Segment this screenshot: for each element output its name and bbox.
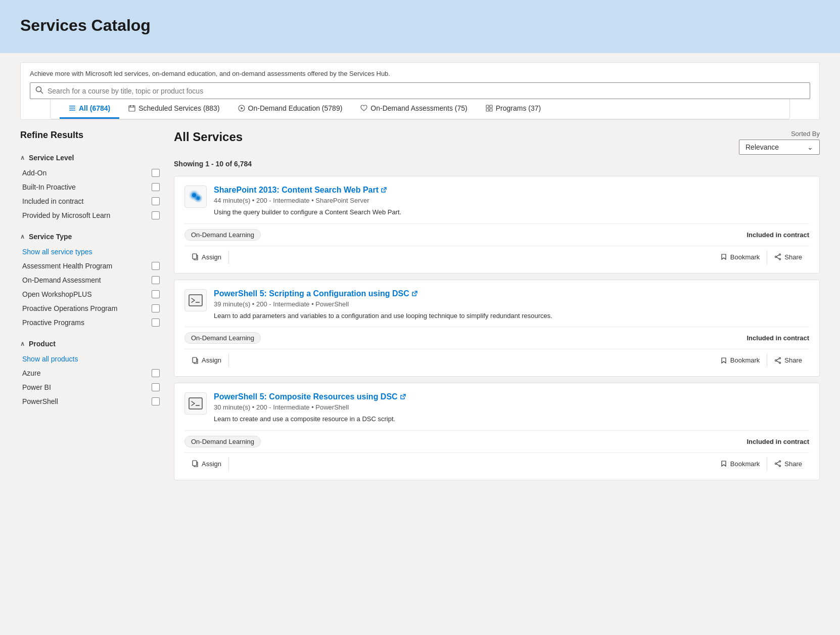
filter-section-service-type: ∧ Service Type Show all service types As…	[20, 229, 162, 333]
heart-icon	[360, 105, 367, 112]
checkbox-pop[interactable]	[152, 304, 160, 312]
card-title-1[interactable]: SharePoint 2013: Content Search Web Part	[214, 186, 387, 195]
card-title-2[interactable]: PowerShell 5: Scripting a Configuration …	[214, 289, 417, 298]
card-contract-2: Included in contract	[746, 334, 809, 342]
share-button-1[interactable]: Share	[767, 250, 809, 264]
tab-ondemand-edu[interactable]: On-Demand Education (5789)	[229, 99, 352, 119]
sidebar: Refine Results ∧ Service Level Add-On Bu…	[20, 130, 162, 415]
chevron-up-icon: ∧	[20, 154, 25, 161]
svg-rect-27	[189, 295, 202, 306]
sort-by-section: Sorted By Relevance ⌄	[739, 130, 820, 155]
filter-item-ms-learn[interactable]: Provided by Microsoft Learn	[20, 208, 162, 222]
svg-rect-4	[69, 110, 75, 111]
tabs-bar: All (6784) Scheduled Services (883) On-D…	[50, 99, 790, 119]
sort-dropdown[interactable]: Relevance ⌄	[739, 140, 820, 155]
refine-title: Refine Results	[20, 130, 162, 141]
checkbox-included[interactable]	[152, 197, 160, 205]
service-type-items: Show all service types Assessment Health…	[20, 245, 162, 333]
card-icon-sharepoint	[184, 186, 207, 208]
svg-point-39	[779, 465, 781, 467]
card-contract-1: Included in contract	[746, 231, 809, 239]
bookmark-icon-2	[720, 357, 727, 364]
tab-ondemand-assess[interactable]: On-Demand Assessments (75)	[351, 99, 476, 119]
svg-rect-11	[486, 105, 489, 108]
tag-badge-3: On-Demand Learning	[184, 436, 261, 447]
svg-point-20	[197, 197, 200, 200]
content-area: All Services Sorted By Relevance ⌄ Showi…	[174, 130, 820, 486]
search-input[interactable]	[48, 87, 805, 95]
assign-button-2[interactable]: Assign	[184, 353, 229, 367]
calendar-icon	[128, 105, 135, 112]
checkbox-pp[interactable]	[152, 319, 160, 327]
tab-programs[interactable]: Programs (37)	[477, 99, 550, 119]
filter-section-service-level: ∧ Service Level Add-On Built-In Proactiv…	[20, 150, 162, 225]
service-type-header[interactable]: ∧ Service Type	[20, 229, 162, 245]
svg-line-33	[777, 358, 779, 360]
bookmark-icon	[720, 253, 727, 260]
page-header: Services Catalog	[0, 0, 840, 53]
assign-icon-3	[192, 460, 199, 467]
share-button-2[interactable]: Share	[767, 353, 809, 367]
card-title-3[interactable]: PowerShell 5: Composite Resources using …	[214, 392, 406, 401]
assign-button-3[interactable]: Assign	[184, 457, 229, 471]
grid-icon	[486, 105, 493, 112]
svg-point-24	[775, 256, 777, 258]
filter-item-owp[interactable]: Open WorkshopPLUS	[20, 287, 162, 301]
card-actions-right-2: Bookmark Share	[713, 353, 809, 367]
chevron-down-icon: ⌄	[807, 143, 813, 151]
service-level-header[interactable]: ∧ Service Level	[20, 150, 162, 166]
filter-item-powershell[interactable]: PowerShell	[20, 394, 162, 409]
bookmark-button-2[interactable]: Bookmark	[713, 353, 768, 367]
svg-rect-13	[486, 109, 489, 111]
card-contract-3: Included in contract	[746, 438, 809, 445]
product-header[interactable]: ∧ Product	[20, 336, 162, 352]
checkbox-addon[interactable]	[152, 169, 160, 177]
external-link-icon	[381, 187, 387, 193]
checkbox-ms-learn[interactable]	[152, 211, 160, 219]
filter-item-azure[interactable]: Azure	[20, 366, 162, 380]
assign-icon-2	[192, 357, 199, 364]
svg-rect-29	[193, 357, 197, 362]
bookmark-button-3[interactable]: Bookmark	[713, 457, 768, 471]
filter-item-oda[interactable]: On-Demand Assessment	[20, 273, 162, 287]
checkbox-powerbi[interactable]	[152, 383, 160, 391]
share-button-3[interactable]: Share	[767, 457, 809, 471]
product-items: Show all products Azure Power BI PowerSh…	[20, 352, 162, 412]
checkbox-azure[interactable]	[152, 369, 160, 377]
svg-rect-14	[490, 109, 492, 111]
filter-item-pop[interactable]: Proactive Operations Program	[20, 301, 162, 315]
result-card-2: PowerShell 5: Scripting a Configuration …	[174, 280, 820, 377]
filter-item-builtin[interactable]: Built-In Proactive	[20, 180, 162, 194]
card-top: SharePoint 2013: Content Search Web Part…	[184, 186, 809, 217]
tab-all[interactable]: All (6784)	[60, 99, 119, 119]
checkbox-owp[interactable]	[152, 290, 160, 298]
checkbox-oda[interactable]	[152, 276, 160, 284]
content-header: All Services Sorted By Relevance ⌄	[174, 130, 820, 155]
filter-item-ahp[interactable]: Assessment Health Program	[20, 259, 162, 273]
filter-item-included[interactable]: Included in contract	[20, 194, 162, 208]
filter-item-addon[interactable]: Add-On	[20, 166, 162, 180]
play-icon	[238, 105, 245, 112]
card-description-2: Learn to add parameters and variables to…	[214, 311, 809, 321]
show-all-products-link[interactable]: Show all products	[20, 352, 162, 366]
checkbox-powershell[interactable]	[152, 397, 160, 405]
show-all-service-types-link[interactable]: Show all service types	[20, 245, 162, 259]
share-icon	[774, 253, 781, 260]
tab-scheduled[interactable]: Scheduled Services (883)	[119, 99, 228, 119]
checkbox-ahp[interactable]	[152, 262, 160, 270]
assign-button-1[interactable]: Assign	[184, 250, 229, 264]
svg-point-32	[775, 359, 777, 361]
svg-line-41	[777, 462, 779, 463]
filter-item-pp[interactable]: Proactive Programs	[20, 315, 162, 330]
checkbox-builtin[interactable]	[152, 183, 160, 191]
main-layout: Refine Results ∧ Service Level Add-On Bu…	[20, 130, 820, 486]
card-info-2: PowerShell 5: Scripting a Configuration …	[214, 289, 809, 321]
assign-icon	[192, 253, 199, 260]
card-actions-3: Assign Bookmark	[184, 452, 809, 471]
filter-item-powerbi[interactable]: Power BI	[20, 380, 162, 394]
svg-rect-8	[133, 105, 134, 107]
card-actions-1: Assign Bookmark	[184, 246, 809, 264]
chevron-up-icon-2: ∧	[20, 233, 25, 240]
card-icon-terminal-2	[184, 392, 207, 415]
bookmark-button-1[interactable]: Bookmark	[713, 250, 768, 264]
